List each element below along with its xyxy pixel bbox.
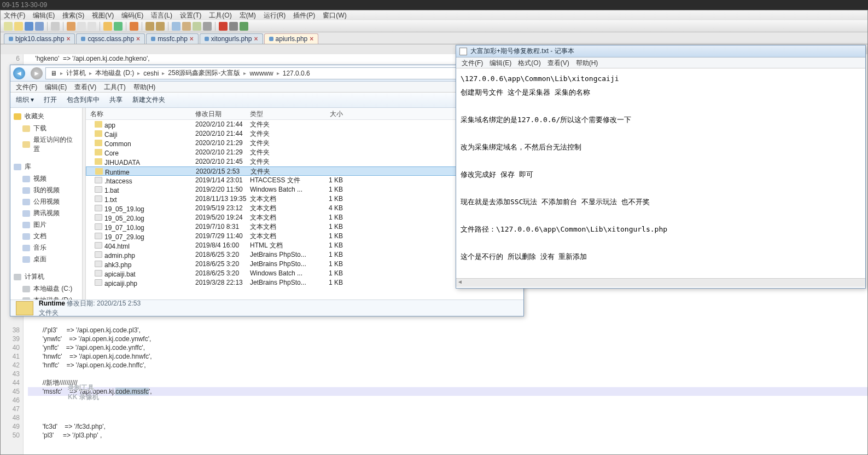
- toggle-icon[interactable]: [193, 22, 201, 31]
- editor-tab[interactable]: apiurls.php×: [264, 33, 319, 44]
- new-icon[interactable]: [4, 22, 13, 31]
- menu-item[interactable]: 工具(O): [209, 10, 231, 20]
- toggle-icon[interactable]: [203, 22, 212, 31]
- breadcrumb[interactable]: 🖥▸计算机▸本地磁盘 (D:)▸ceshi▸258源码鑫豪国际-大富版▸wwww…: [45, 67, 514, 79]
- stop-icon[interactable]: [229, 22, 238, 31]
- record-icon[interactable]: [219, 22, 228, 31]
- notepad-body[interactable]: \127.0.0.6\app\Common\Lib\xitongcaiji 创建…: [456, 68, 865, 278]
- editor-tab[interactable]: cqssc.class.php×: [76, 33, 145, 44]
- folder-icon: [95, 121, 102, 128]
- breadcrumb-segment[interactable]: ceshi: [141, 70, 161, 77]
- close-icon[interactable]: ×: [190, 35, 194, 43]
- menu-item[interactable]: 格式(O): [518, 57, 540, 68]
- toggle-icon[interactable]: [182, 22, 191, 31]
- forward-button[interactable]: ►: [29, 67, 44, 80]
- command-item[interactable]: 新建文件夹: [132, 95, 165, 105]
- tree-item[interactable]: 音乐: [10, 242, 82, 254]
- find-icon[interactable]: [130, 22, 138, 31]
- tree-item[interactable]: 下载: [10, 123, 82, 134]
- cut-icon[interactable]: [67, 22, 75, 31]
- menu-item[interactable]: 语言(L): [151, 10, 172, 20]
- tree-computer[interactable]: 计算机: [10, 270, 82, 283]
- tree-item[interactable]: 本地磁盘 (C:): [10, 283, 82, 295]
- tree-item[interactable]: 最近访问的位置: [10, 134, 82, 155]
- status-name: Runtime: [39, 300, 65, 307]
- tree-item[interactable]: 腾讯视频: [10, 208, 82, 219]
- close-icon[interactable]: ×: [136, 35, 140, 43]
- menu-item[interactable]: 文件(F): [16, 82, 37, 92]
- menu-item[interactable]: 文件(F): [462, 57, 483, 68]
- menu-item[interactable]: 编码(E): [121, 10, 143, 20]
- close-icon[interactable]: ×: [310, 35, 313, 43]
- menu-item[interactable]: 帮助(H): [133, 82, 156, 92]
- tree-item[interactable]: 图片: [10, 219, 82, 231]
- file-icon: [95, 186, 102, 193]
- save-icon[interactable]: [25, 22, 33, 31]
- editor-tab[interactable]: bjpk10.class.php×: [4, 33, 75, 44]
- breadcrumb-segment[interactable]: 258源码鑫豪国际-大富版: [166, 68, 242, 78]
- breadcrumb-segment[interactable]: 计算机: [64, 68, 88, 78]
- file-icon: [95, 177, 102, 183]
- menu-item[interactable]: 文件(F): [4, 10, 25, 20]
- close-icon[interactable]: ×: [66, 35, 70, 43]
- menu-item[interactable]: 编辑(E): [45, 82, 67, 92]
- close-icon[interactable]: ×: [254, 35, 258, 43]
- zoom-out-icon[interactable]: [156, 22, 165, 31]
- tree-libraries[interactable]: 库: [10, 160, 82, 173]
- folder-icon: [95, 168, 103, 175]
- menu-item[interactable]: 帮助(H): [576, 57, 598, 68]
- tree-item[interactable]: 文档: [10, 231, 82, 242]
- menu-item[interactable]: 工具(T): [104, 82, 125, 92]
- col-name[interactable]: 名称: [86, 108, 195, 119]
- menu-item[interactable]: 窗口(W): [323, 10, 346, 20]
- file-icon: [95, 205, 102, 211]
- explorer-tree[interactable]: 收藏夹下载最近访问的位置库视频我的视频公用视频腾讯视频图片文档音乐桌面计算机本地…: [10, 108, 83, 300]
- col-size[interactable]: 大小: [316, 108, 348, 119]
- toggle-icon[interactable]: [172, 22, 180, 31]
- play-icon[interactable]: [240, 22, 248, 31]
- menu-item[interactable]: 编辑(E): [33, 10, 55, 20]
- menu-item[interactable]: 搜索(S): [62, 10, 84, 20]
- print-icon[interactable]: [51, 22, 60, 31]
- notepad-scrollbar[interactable]: [456, 278, 865, 287]
- menu-item[interactable]: 视图(V): [92, 10, 114, 20]
- open-icon[interactable]: [14, 22, 23, 31]
- tree-item[interactable]: 视频: [10, 173, 82, 185]
- menu-item[interactable]: 编辑(E): [490, 57, 511, 68]
- tab-label: mssfc.php: [158, 35, 188, 43]
- col-type[interactable]: 类型: [250, 108, 316, 119]
- command-item[interactable]: 共享: [109, 95, 123, 105]
- saveall-icon[interactable]: [35, 22, 44, 31]
- menu-item[interactable]: 查看(V): [74, 82, 96, 92]
- folder-icon: [95, 158, 102, 165]
- menu-item[interactable]: 运行(R): [264, 10, 286, 20]
- paste-icon[interactable]: [88, 22, 96, 31]
- tab-label: bjpk10.class.php: [15, 35, 64, 43]
- col-date[interactable]: 修改日期: [195, 108, 250, 119]
- zoom-in-icon[interactable]: [145, 22, 154, 31]
- tree-item[interactable]: 我的视频: [10, 185, 82, 196]
- tree-item[interactable]: 公用视频: [10, 196, 82, 208]
- redo-icon[interactable]: [114, 22, 123, 31]
- back-button[interactable]: ◄: [11, 67, 27, 80]
- menu-item[interactable]: 设置(T): [180, 10, 201, 20]
- editor-tab[interactable]: xitongurls.php×: [200, 33, 263, 44]
- file-icon: [95, 279, 102, 286]
- breadcrumb-segment[interactable]: 本地磁盘 (D:): [93, 68, 136, 78]
- undo-icon[interactable]: [103, 22, 112, 31]
- tree-item[interactable]: 桌面: [10, 254, 82, 265]
- file-icon: [95, 195, 102, 202]
- command-item[interactable]: 包含到库中: [67, 95, 100, 105]
- editor-tab[interactable]: mssfc.php×: [146, 33, 199, 44]
- command-item[interactable]: 打开: [44, 95, 57, 105]
- command-item[interactable]: 组织 ▾: [16, 95, 34, 105]
- menu-item[interactable]: 查看(V): [547, 57, 569, 68]
- menu-item[interactable]: 宏(M): [240, 10, 256, 20]
- breadcrumb-segment[interactable]: wwwww: [247, 70, 275, 77]
- breadcrumb-segment[interactable]: 127.0.0.6: [281, 70, 312, 77]
- tree-favorites[interactable]: 收藏夹: [10, 110, 82, 123]
- menu-item[interactable]: 插件(P): [293, 10, 315, 20]
- copy-icon[interactable]: [77, 22, 86, 31]
- file-icon: [95, 223, 102, 230]
- notepad-titlebar[interactable]: 大富加彩+期号修复教程.txt - 记事本: [456, 45, 865, 57]
